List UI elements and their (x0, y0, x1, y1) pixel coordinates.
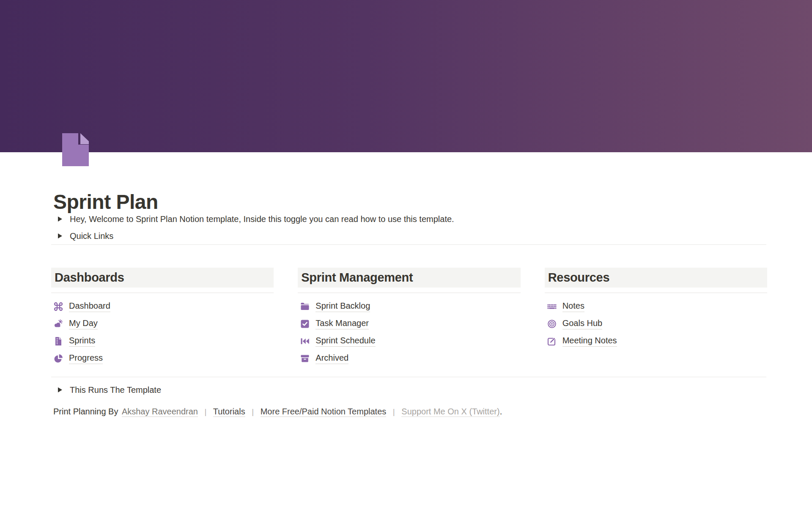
column-title: Dashboards (55, 271, 124, 285)
toggle-runs-template-label: This Runs The Template (70, 385, 161, 395)
page-body: Sprint Plan Hey, Welcome to Sprint Plan … (0, 152, 812, 418)
page-icon[interactable] (62, 133, 89, 166)
column-header-dashboards: Dashboards (51, 268, 274, 288)
link-dashboard[interactable]: Dashboard (69, 301, 110, 312)
rewind-icon (300, 336, 310, 346)
target-icon (547, 319, 557, 329)
footer-credits: Print Planning By Akshay Raveendran | Tu… (53, 405, 766, 418)
list-item: Meeting Notes (545, 332, 767, 350)
column-header-sprint-management: Sprint Management (298, 268, 520, 288)
list-item: Progress (51, 350, 274, 367)
footer-prefix: Print Planning By (53, 407, 118, 416)
link-my-day[interactable]: My Day (69, 318, 98, 329)
page-cover (0, 0, 812, 152)
column-title: Resources (548, 271, 610, 285)
divider (51, 377, 766, 377)
column-dashboards: Dashboards Dashboard (51, 268, 274, 367)
toggle-quick-links[interactable]: Quick Links (53, 227, 766, 244)
list-item: Sprints (51, 332, 274, 350)
pie-chart-icon (53, 354, 63, 364)
column-resources: Resources Notes (545, 268, 767, 367)
divider (298, 293, 520, 293)
intro-toggles: Hey, Welcome to Sprint Plan Notion templ… (53, 211, 766, 244)
link-task-manager[interactable]: Task Manager (315, 318, 369, 329)
toggle-arrow-icon[interactable] (58, 217, 69, 222)
footer-separator: | (393, 407, 395, 416)
footer-suffix: . (500, 407, 502, 416)
link-notes[interactable]: Notes (562, 301, 584, 312)
document-icon (53, 336, 63, 346)
toggle-welcome[interactable]: Hey, Welcome to Sprint Plan Notion templ… (53, 211, 766, 227)
toggle-arrow-icon[interactable] (58, 233, 69, 238)
link-author[interactable]: Akshay Raveendran (122, 407, 198, 417)
checkbox-icon (300, 319, 310, 329)
columns-section: Dashboards Dashboard (51, 268, 767, 367)
resources-list: Notes Goals Hub (545, 298, 767, 350)
list-item: Notes (545, 298, 767, 315)
bottom-toggle-section: This Runs The Template (53, 381, 766, 399)
command-icon (53, 301, 63, 312)
link-tutorials[interactable]: Tutorials (213, 407, 245, 417)
list-item: Sprint Schedule (298, 332, 520, 350)
page-title[interactable]: Sprint Plan (53, 152, 766, 214)
column-sprint-management: Sprint Management Sprint Backlog (298, 268, 520, 367)
list-item: Goals Hub (545, 315, 767, 332)
dashboards-list: Dashboard (51, 298, 274, 367)
list-item: My Day (51, 315, 274, 332)
list-item: Dashboard (51, 298, 274, 315)
archive-icon (300, 354, 310, 364)
link-meeting-notes[interactable]: Meeting Notes (562, 336, 617, 347)
sprint-management-list: Sprint Backlog Task Manager (298, 298, 520, 367)
toggle-runs-template[interactable]: This Runs The Template (53, 381, 766, 399)
divider (545, 293, 767, 293)
link-sprint-backlog[interactable]: Sprint Backlog (315, 301, 370, 312)
link-sprint-schedule[interactable]: Sprint Schedule (315, 336, 375, 347)
toggle-quick-links-label: Quick Links (70, 231, 113, 241)
edit-icon (547, 336, 557, 346)
divider (51, 293, 274, 293)
list-item: Task Manager (298, 315, 520, 332)
column-title: Sprint Management (301, 271, 413, 285)
link-progress[interactable]: Progress (69, 353, 103, 364)
folder-icon (300, 301, 310, 312)
link-archived[interactable]: Archived (315, 353, 348, 364)
keyboard-icon (547, 301, 557, 312)
sun-cloud-icon (53, 319, 63, 329)
list-item: Archived (298, 350, 520, 367)
link-more-templates[interactable]: More Free/Paid Notion Templates (261, 407, 387, 417)
footer-separator: | (252, 407, 254, 416)
footer-separator: | (205, 407, 207, 416)
list-item: Sprint Backlog (298, 298, 520, 315)
document-page-icon (62, 133, 89, 166)
toggle-welcome-label: Hey, Welcome to Sprint Plan Notion templ… (70, 214, 454, 224)
link-sprints[interactable]: Sprints (69, 336, 95, 347)
toggle-arrow-icon[interactable] (58, 387, 69, 392)
link-support-twitter[interactable]: Support Me On X (Twitter) (401, 407, 499, 417)
link-goals-hub[interactable]: Goals Hub (562, 318, 603, 329)
divider (51, 244, 766, 245)
column-header-resources: Resources (545, 268, 767, 288)
